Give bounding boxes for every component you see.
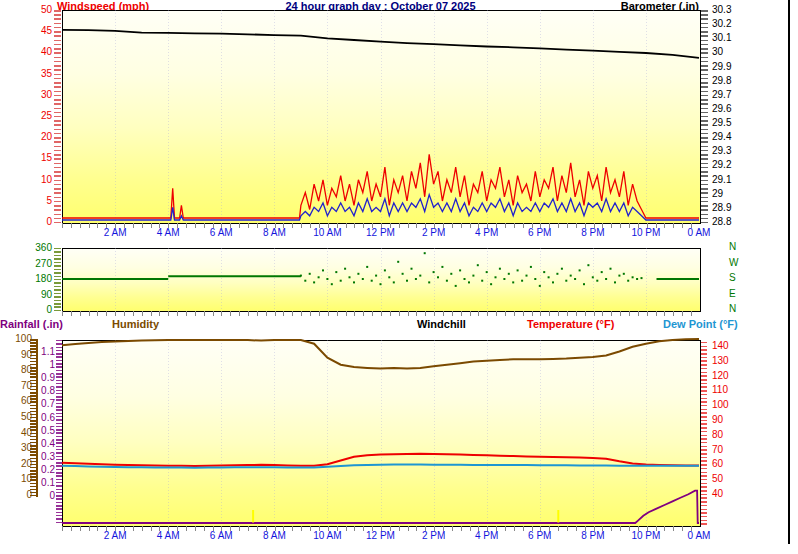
- humidity-line: [62, 339, 699, 369]
- wind-direction-dot: [411, 268, 413, 270]
- rainfall-axis-tick: 0.4: [38, 439, 55, 449]
- wind-direction-dot: [380, 283, 382, 285]
- wind-direction-dot: [304, 280, 306, 282]
- windspeed-axis-tick: 10: [24, 175, 52, 185]
- temperature-axis-tick: 110: [712, 385, 742, 395]
- humidity-series-title: Humidity: [112, 318, 159, 330]
- barometer-axis-ticks: [701, 10, 708, 223]
- time-axis-label: 4 AM: [146, 530, 190, 541]
- wind-direction-dot: [459, 269, 461, 271]
- windspeed-axis-tick: 25: [24, 111, 52, 121]
- wind-direction-dot: [534, 278, 536, 280]
- temperature-axis-tick: 120: [712, 371, 742, 381]
- wind-direction-dot: [570, 275, 572, 277]
- time-axis-label: 10 PM: [624, 227, 668, 238]
- barometer-axis-tick: 29.1: [712, 175, 748, 185]
- direction-axis-tick: 90: [24, 290, 52, 300]
- temperature-axis-tick: 90: [712, 415, 742, 425]
- time-axis-label: 6 AM: [199, 530, 243, 541]
- wind-direction-dot: [503, 278, 505, 280]
- time-axis-label: 0 AM: [677, 530, 721, 541]
- wind-direction-dot: [349, 276, 351, 278]
- windspeed-axis-tick: 15: [24, 153, 52, 163]
- wind-direction-dot: [309, 273, 311, 275]
- windspeed-axis-tick: 0: [24, 217, 52, 227]
- wind-direction-dot: [623, 273, 625, 275]
- barometer-axis-tick: 30.2: [712, 19, 748, 29]
- wind-direction-dot: [517, 269, 519, 271]
- wind-direction-dot: [565, 280, 567, 282]
- rainfall-axis-tick: 0.7: [38, 399, 55, 409]
- direction-axis-tick: 270: [24, 259, 52, 269]
- temperature-axis-tick: 80: [712, 430, 742, 440]
- wind-direction-dot: [605, 278, 607, 280]
- temperature-axis-tick: 140: [712, 341, 742, 351]
- wind-direction-dot: [419, 275, 421, 277]
- wind-direction-dot: [548, 276, 550, 278]
- wind-direction-dot: [530, 266, 532, 268]
- wind-direction-dot: [552, 281, 554, 283]
- time-axis-label: 8 PM: [571, 227, 615, 238]
- wind-direction-dot: [366, 266, 368, 268]
- rainfall-axis-tick: 0.3: [38, 452, 55, 462]
- time-axis-label: 8 AM: [252, 530, 296, 541]
- dew-point-series-title: Dew Point (°F): [663, 318, 738, 330]
- wind-direction-dot: [490, 283, 492, 285]
- wind-direction-dot: [415, 278, 417, 280]
- wind-direction-dot: [433, 271, 435, 273]
- rainfall-axis-tick: 1: [38, 360, 55, 370]
- humidity-axis-tick: 50: [0, 412, 32, 422]
- wind-direction-dot: [579, 269, 581, 271]
- wind-direction-dot: [450, 273, 452, 275]
- time-axis-label: 6 AM: [199, 227, 243, 238]
- barometer-axis-tick: 29.8: [712, 76, 748, 86]
- wind-direction-dot: [446, 280, 448, 282]
- wind-direction-dot: [468, 281, 470, 283]
- time-axis-label: 0 AM: [677, 227, 721, 238]
- rain-humidity-temperature-canvas: [62, 340, 699, 525]
- wind-direction-dot: [512, 281, 514, 283]
- humidity-axis-ticks: [30, 339, 36, 497]
- time-axis-label: 12 PM: [359, 530, 403, 541]
- wind-direction-dot: [388, 276, 390, 278]
- direction-axis-ticks: [54, 248, 61, 311]
- wind-direction-dot: [543, 271, 545, 273]
- time-axis-label: 4 AM: [146, 227, 190, 238]
- wind-direction-dot: [331, 283, 333, 285]
- wind-direction-dot: [592, 276, 594, 278]
- wind-direction-dot: [353, 281, 355, 283]
- time-axis-label: 10 AM: [305, 530, 349, 541]
- time-axis-label: 12 PM: [359, 227, 403, 238]
- wind-direction-dot: [561, 268, 563, 270]
- time-axis-label: 2 PM: [412, 530, 456, 541]
- barometer-axis-tick: 29: [712, 189, 748, 199]
- barometer-axis-tick: 29.5: [712, 118, 748, 128]
- temperature-axis-tick: 130: [712, 356, 742, 366]
- rainfall-line: [62, 491, 699, 523]
- direction-axis-tick: 360: [24, 243, 52, 253]
- barometer-axis-tick: 29.6: [712, 104, 748, 114]
- weather-graph-page: Windspeed (mph) 24 hour graph day : Octo…: [0, 0, 798, 554]
- wind-direction-dot: [464, 278, 466, 280]
- wind-direction-dot: [424, 252, 426, 254]
- wind-direction-dot: [406, 280, 408, 282]
- humidity-axis-tick: 30: [0, 443, 32, 453]
- barometer-axis-tick: 30.1: [712, 33, 748, 43]
- time-axis-label: 2 AM: [93, 530, 137, 541]
- windspeed-axis-tick: 45: [24, 26, 52, 36]
- barometer-axis-tick: 30.3: [712, 5, 748, 15]
- time-axis-ticks-mid: [62, 311, 699, 316]
- compass-letter: W: [729, 258, 743, 268]
- wind-direction-dot: [428, 281, 430, 283]
- humidity-axis-tick: 40: [0, 428, 32, 438]
- wind-direction-dot: [618, 275, 620, 277]
- barometer-axis-tick: 30: [712, 47, 748, 57]
- wind-direction-dot: [587, 264, 589, 266]
- rainfall-axis-title: Rainfall (.in): [0, 318, 63, 330]
- rainfall-axis-tick: 0.9: [38, 373, 55, 383]
- temperature-axis-tick: 60: [712, 459, 742, 469]
- humidity-axis-tick: 60: [0, 396, 32, 406]
- wind-direction-dot: [614, 281, 616, 283]
- wind-direction-dot: [402, 273, 404, 275]
- wind-direction-dot: [322, 269, 324, 271]
